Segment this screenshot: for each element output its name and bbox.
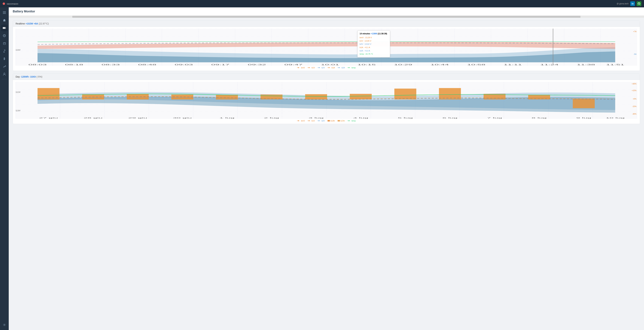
svg-text:08:03: 08:03	[28, 64, 46, 66]
svg-marker-75	[298, 120, 299, 121]
legend-bmv[interactable]: bmV	[297, 67, 305, 69]
legend-b2v-label: b2V	[322, 67, 325, 69]
sidebar-item-user[interactable]	[1, 71, 8, 78]
svg-point-11	[4, 73, 5, 74]
sidebar-item-chart[interactable]	[1, 63, 8, 70]
scroll-indicator	[9, 16, 644, 18]
day-legend-b1v-label: b1V	[312, 120, 315, 122]
svg-text:28 giu: 28 giu	[84, 117, 103, 119]
svg-rect-53	[305, 94, 327, 99]
svg-marker-38	[319, 67, 320, 68]
sidebar-item-link[interactable]	[1, 48, 8, 54]
day-legend-bmv[interactable]: bmV	[297, 120, 305, 122]
sidebar-item-home[interactable]	[1, 17, 8, 24]
svg-rect-80	[328, 120, 330, 122]
svg-rect-81	[338, 120, 340, 122]
svg-marker-36	[309, 67, 310, 68]
svg-rect-58	[528, 95, 550, 99]
svg-text:27 giu: 27 giu	[39, 117, 58, 119]
topbar: sacconazzo @ giona.tech in	[0, 0, 644, 7]
svg-text:10:01: 10:01	[321, 64, 339, 66]
day-yr-3: +0%	[633, 98, 636, 100]
svg-rect-51	[216, 95, 238, 99]
sidebar-item-palette[interactable]	[1, 32, 8, 39]
svg-marker-77	[309, 120, 310, 121]
day-legend-b1v[interactable]: b1V	[308, 120, 315, 122]
day-legend-temp[interactable]: temp	[348, 120, 356, 122]
day-card-header: Day -126Wh -10Ah (-5%)	[13, 74, 640, 80]
day-y-top: 13,3V	[16, 91, 20, 93]
day-card: Day -126Wh -10Ah (-5%) 13,3V 12,6V +30% …	[13, 74, 640, 124]
sidebar-item-calendar[interactable]	[1, 40, 8, 47]
svg-text:10:29: 10:29	[394, 64, 412, 66]
svg-rect-10	[3, 42, 6, 45]
day-legend-b1ah[interactable]: b1Ah	[328, 120, 335, 122]
svg-rect-5	[3, 27, 5, 28]
svg-marker-79	[319, 120, 320, 121]
legend-b1a-label: b1A	[332, 67, 335, 69]
day-ah: -10Ah	[29, 75, 36, 78]
day-yr-2: +15%	[632, 89, 636, 91]
page-title: Battery Monitor	[13, 10, 35, 13]
svg-text:11:11: 11:11	[504, 64, 522, 66]
svg-text:9 lug: 9 lug	[576, 117, 591, 119]
sidebar-item-menu[interactable]	[1, 9, 8, 16]
day-pct: (-5%)	[36, 75, 42, 78]
sidebar-item-settings[interactable]	[1, 322, 8, 328]
github-button[interactable]	[636, 1, 641, 6]
svg-rect-49	[127, 94, 149, 100]
svg-text:1 lug: 1 lug	[219, 117, 234, 119]
svg-point-8	[4, 35, 5, 36]
user-avatar-dot	[3, 2, 5, 5]
realtime-card-body: 13,6V +7A -5A	[13, 27, 640, 71]
realtime-label: Realtime	[16, 22, 25, 25]
day-legend-b1ah-label: b1Ah	[330, 120, 335, 122]
svg-text:3 lug: 3 lug	[308, 117, 324, 119]
realtime-chart-wrap: 13,6V +7A -5A	[16, 29, 637, 66]
sidebar-item-bitcoin[interactable]: ₿	[1, 55, 8, 62]
realtime-watts: +102W	[26, 22, 33, 25]
day-yr-5: -30%	[632, 113, 636, 115]
legend-b1v-label: b1V	[312, 67, 315, 69]
realtime-amps: +8A	[34, 22, 38, 25]
svg-point-12	[4, 324, 5, 325]
linkedin-button[interactable]: in	[630, 1, 635, 6]
svg-text:10:58: 10:58	[467, 64, 485, 66]
realtime-yr-bot: -5A	[634, 53, 636, 55]
svg-text:5 lug: 5 lug	[398, 117, 413, 119]
svg-text:11:38: 11:38	[577, 64, 595, 66]
svg-rect-0	[3, 11, 6, 12]
day-chart-svg: 27 giu 28 giu 29 giu 30 giu 1 lug 2 lug …	[16, 82, 637, 119]
day-label: Day	[16, 75, 20, 78]
day-wh: -126Wh	[20, 75, 29, 78]
svg-text:30 giu: 30 giu	[173, 117, 192, 119]
legend-temp-label: temp	[352, 67, 356, 69]
realtime-y-label: 13,6V	[16, 49, 20, 51]
svg-text:09:32: 09:32	[248, 64, 266, 66]
day-legend-b2v-label: b2V	[322, 120, 325, 122]
day-legend-b2v[interactable]: b2V	[318, 120, 325, 122]
realtime-yr-top: +7A	[633, 30, 636, 32]
day-legend-b2ah[interactable]: b2Ah	[338, 120, 345, 122]
legend-b1v[interactable]: b1V	[308, 67, 315, 69]
svg-text:2 lug: 2 lug	[264, 117, 279, 119]
day-card-body: 13,3V 12,6V +30% +15% +0% -15% -30%	[13, 80, 640, 124]
svg-text:11:24: 11:24	[540, 64, 558, 66]
svg-text:8 lug: 8 lug	[532, 117, 547, 119]
sidebar-item-battery[interactable]	[1, 25, 8, 31]
realtime-temp: (22.97°C)	[39, 22, 49, 25]
legend-temp[interactable]: temp	[348, 67, 356, 69]
svg-text:11:51: 11:51	[606, 64, 624, 66]
svg-text:10 lug: 10 lug	[606, 117, 625, 119]
topbar-right: @ giona.tech in	[617, 1, 641, 6]
svg-rect-55	[394, 89, 416, 100]
day-y-bot: 12,6V	[16, 110, 20, 112]
day-legend-temp-label: temp	[352, 120, 356, 122]
legend-b2v[interactable]: b2V	[318, 67, 325, 69]
legend-b2a[interactable]: b2A	[338, 67, 345, 69]
sidebar: ₿	[0, 7, 9, 330]
website-link[interactable]: @ giona.tech	[617, 2, 628, 5]
svg-text:08:48: 08:48	[138, 64, 156, 66]
legend-b1a[interactable]: b1A	[328, 67, 335, 69]
svg-marker-42	[339, 67, 340, 68]
